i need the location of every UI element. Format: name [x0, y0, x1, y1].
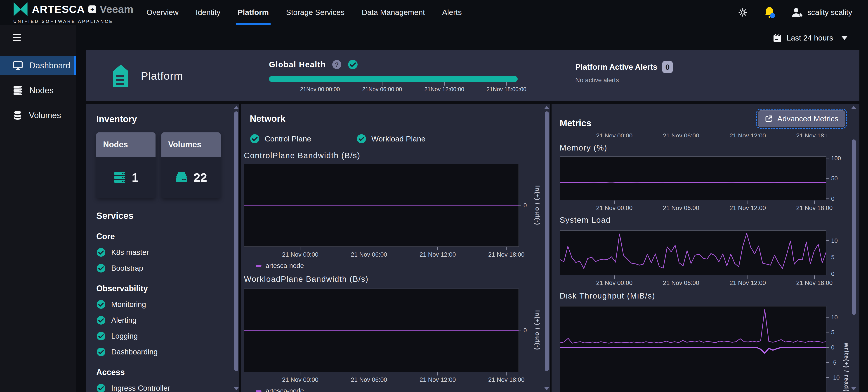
global-health-label: Global Health	[269, 60, 326, 69]
brand-partner-name: Veeam	[100, 3, 133, 16]
health-tick-mark	[382, 82, 382, 86]
workloadplane-bandwidth-chart[interactable]: in(+) / out(-) 0	[244, 288, 519, 372]
scroll-up-arrow[interactable]	[234, 106, 239, 109]
system-load-chart[interactable]: 1050	[560, 230, 827, 275]
service-item-ingress-controller: Ingress Controller	[96, 384, 229, 392]
tab-overview[interactable]: Overview	[138, 0, 187, 25]
x-tick-mark	[506, 372, 506, 375]
chart-canvas	[244, 289, 519, 372]
scroll-up-arrow[interactable]	[544, 106, 549, 109]
y-tick-mark	[826, 274, 829, 274]
y-tick-mark	[826, 240, 829, 241]
advanced-metrics-button[interactable]: Advanced Metrics	[758, 110, 845, 127]
sidebar-item-dashboard[interactable]: Dashboard	[0, 56, 76, 75]
x-tick-mark	[437, 247, 438, 250]
tab-platform[interactable]: Platform	[229, 0, 277, 25]
y-tick-mark	[519, 330, 521, 331]
controlplane-legend[interactable]: artesca-node	[256, 262, 550, 270]
notifications-button[interactable]	[764, 6, 775, 19]
user-menu[interactable]: scality scality	[791, 7, 852, 18]
scrollbar-thumb[interactable]	[545, 111, 549, 371]
health-tick-label: 21Nov 18:00:00	[487, 86, 526, 92]
workload-plane-label: Workload Plane	[371, 135, 426, 143]
controlplane-x-axis: 21 Nov 00:0021 Nov 06:0021 Nov 12:0021 N…	[244, 247, 519, 258]
legend-series-name: artesca-node	[266, 262, 304, 270]
memory-chart[interactable]: 100500	[560, 157, 827, 200]
server-stack-icon	[13, 86, 23, 95]
controlplane-bandwidth-chart[interactable]: in(+) / out(-) 0	[244, 164, 519, 247]
sysload-x-axis: 21 Nov 00:0021 Nov 06:0021 Nov 12:0021 N…	[560, 275, 827, 286]
chart-canvas	[244, 164, 519, 247]
global-health-bar[interactable]	[269, 76, 518, 82]
y-tick-label: 50	[831, 175, 838, 182]
tab-storage-services[interactable]: Storage Services	[277, 0, 353, 25]
x-tick-label: 21 Nov 12:00	[730, 132, 766, 137]
service-item-alerting: Alerting	[96, 315, 229, 325]
disk-throughput-chart[interactable]: write(+) / read(-) 1050-5-10	[560, 306, 827, 392]
metrics-scrollbar[interactable]	[852, 106, 856, 391]
service-item-dashboarding: Dashboarding	[96, 347, 229, 357]
scroll-down-arrow[interactable]	[544, 387, 549, 390]
nodes-teal-icon	[113, 171, 126, 184]
tab-data-management[interactable]: Data Management	[353, 0, 434, 25]
user-gear-icon	[791, 7, 803, 18]
disk-chart-title: Disk Throughput (MiB/s)	[560, 291, 860, 300]
y-tick-label: 0	[524, 327, 527, 334]
sidebar-item-volumes[interactable]: Volumes	[0, 106, 76, 125]
tab-alerts[interactable]: Alerts	[434, 0, 470, 25]
network-scrollbar[interactable]	[545, 106, 549, 391]
workloadplane-legend[interactable]: artesca-node	[256, 387, 550, 392]
global-health-section: Global Health ? 21Nov 00:00:0021Nov 06:0…	[269, 59, 531, 92]
chart-canvas	[560, 306, 826, 392]
y-tick-mark	[826, 317, 829, 317]
sidebar-item-nodes[interactable]: Nodes	[0, 81, 76, 100]
volumes-teal-icon	[175, 172, 188, 183]
scroll-down-arrow[interactable]	[851, 387, 856, 390]
x-tick-mark	[681, 200, 681, 204]
x-tick-mark	[681, 275, 681, 279]
y-tick-label: -5	[831, 359, 836, 366]
x-tick-mark	[814, 200, 815, 204]
x-tick-label: 21 Nov 18:00	[796, 204, 833, 212]
x-tick-label: 21 Nov 00:00	[596, 132, 633, 137]
service-group-core: Core K8s master Bootstrap	[96, 232, 229, 273]
workloadplane-chart-title: WorkloadPlane Bandwidth (B/s)	[244, 275, 550, 284]
scrollbar-thumb[interactable]	[852, 139, 856, 315]
global-health-axis: 21Nov 00:00:0021Nov 06:00:0021Nov 12:00:…	[269, 82, 518, 92]
sidebar-toggle-button[interactable]	[13, 34, 21, 43]
y-tick-label: 10	[831, 314, 838, 321]
inventory-scrollbar[interactable]	[234, 106, 238, 391]
scrollbar-thumb[interactable]	[234, 111, 238, 371]
top-navigation-bar: ARTESCA + Veeam UNIFIED SOFTWARE APPLIAN…	[0, 0, 868, 25]
service-item-label: Alerting	[111, 316, 136, 325]
inventory-card-volumes[interactable]: Volumes 22	[161, 132, 221, 198]
active-alerts-count-badge: 0	[662, 61, 673, 73]
x-tick-mark	[614, 200, 615, 204]
x-tick-label: 21 Nov 12:00	[730, 204, 766, 212]
inventory-card-nodes[interactable]: Nodes 1	[96, 132, 156, 198]
x-tick-mark	[814, 275, 815, 279]
health-tick-label: 21Nov 06:00:00	[362, 86, 402, 92]
metrics-title: Metrics	[560, 118, 591, 128]
tab-identity[interactable]: Identity	[187, 0, 229, 25]
y-tick-label: 100	[831, 155, 841, 162]
check-circle-icon	[96, 331, 106, 341]
time-range-selector[interactable]: Last 24 hours	[766, 25, 855, 51]
scroll-up-arrow[interactable]	[851, 106, 856, 109]
brand-tagline: UNIFIED SOFTWARE APPLIANCE	[13, 19, 113, 24]
settings-button[interactable]	[738, 7, 748, 18]
clipped-chart-axis: 21 Nov 00:0021 Nov 06:0021 Nov 12:0021 N…	[560, 132, 827, 137]
x-tick-mark	[747, 200, 748, 204]
control-plane-label: Control Plane	[265, 135, 311, 143]
x-tick-label: 21 Nov 18:00	[796, 132, 827, 137]
sidebar-item-label: Volumes	[29, 111, 61, 120]
service-group-observability: Observability Monitoring Alerting Loggin…	[96, 284, 229, 357]
legend-line-swatch	[256, 265, 261, 267]
scroll-down-arrow[interactable]	[234, 387, 239, 390]
x-tick-label: 21 Nov 12:00	[420, 251, 456, 258]
service-item-bootstrap: Bootstrap	[96, 263, 229, 273]
help-icon[interactable]: ?	[332, 59, 342, 69]
user-name: scality scality	[807, 8, 852, 17]
x-tick-label: 21 Nov 12:00	[730, 280, 766, 286]
memory-x-axis: 21 Nov 00:0021 Nov 06:0021 Nov 12:0021 N…	[560, 200, 827, 212]
